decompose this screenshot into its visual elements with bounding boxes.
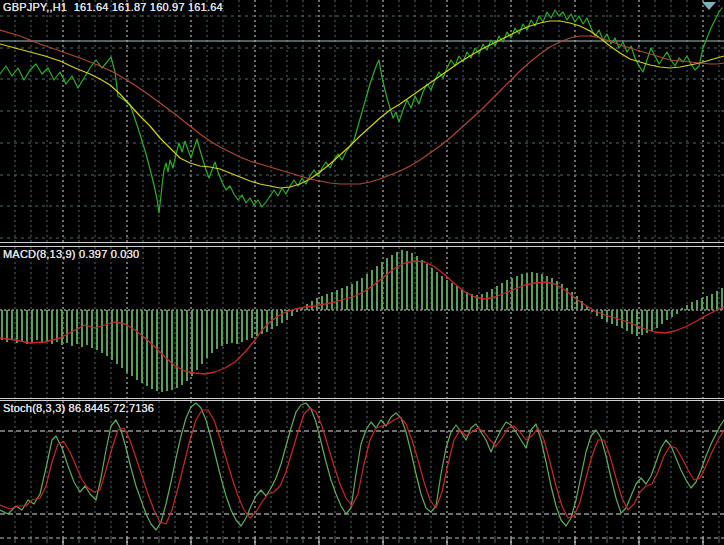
stoch-d-line bbox=[0, 408, 724, 524]
chart-window: GBPJPY,,H1 161.64 161.87 160.97 161.64 M… bbox=[0, 0, 724, 545]
ma-fast-yellow-line bbox=[0, 21, 724, 188]
stoch-chart-canvas[interactable] bbox=[0, 401, 724, 545]
stoch-k-line bbox=[0, 403, 724, 530]
close-price-line bbox=[0, 8, 722, 213]
macd-panel[interactable]: MACD(8,13,9) 0.397 0.030 bbox=[0, 247, 724, 398]
price-panel[interactable]: GBPJPY,,H1 161.64 161.87 160.97 161.64 bbox=[0, 0, 724, 242]
macd-chart-canvas[interactable] bbox=[0, 247, 724, 398]
price-chart-canvas[interactable] bbox=[0, 0, 724, 242]
macd-signal-line bbox=[0, 261, 724, 374]
stoch-panel[interactable]: Stoch(8,3,3) 86.8445 72.7136 bbox=[0, 401, 724, 545]
ma-slow-red-line bbox=[0, 30, 724, 184]
chart-shift-marker-icon[interactable] bbox=[702, 2, 716, 10]
